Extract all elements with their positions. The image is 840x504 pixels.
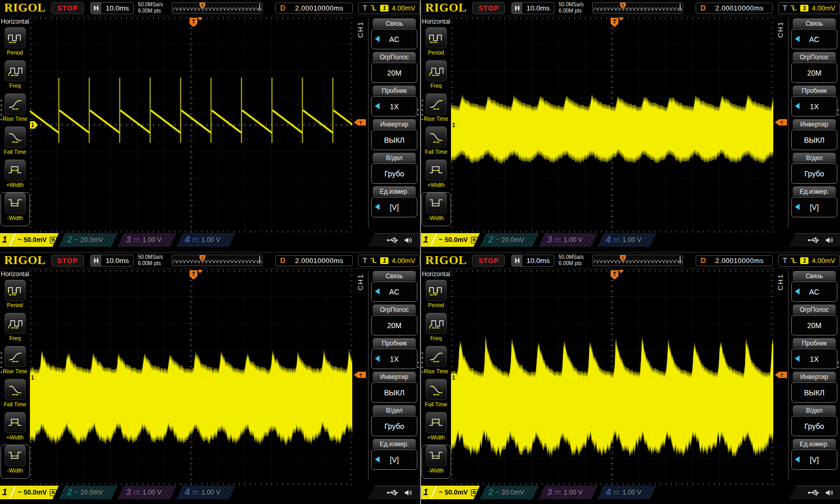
softkey-value[interactable]: [V] (791, 197, 837, 217)
minus-width-icon[interactable] (5, 445, 26, 466)
waveform-position-bar[interactable]: T (592, 2, 683, 14)
softkey-пробник[interactable]: Пробник1X (371, 86, 417, 117)
softkey-value[interactable]: AC (791, 29, 837, 49)
softkey-связь[interactable]: СвязьAC (791, 271, 837, 302)
softkey-в-дел[interactable]: В/делГрубо (371, 153, 417, 184)
softkey-ед-измер[interactable]: Ед.измер.[V] (791, 439, 837, 470)
run-state-button[interactable]: STOP (51, 255, 84, 267)
menu-item-width[interactable]: +Width (422, 412, 450, 445)
softkey-инвертир[interactable]: ИнвертирВЫКЛ (371, 372, 417, 403)
freq-icon[interactable] (426, 313, 447, 334)
channel-3-status[interactable]: 31.00 V (539, 486, 597, 499)
menu-item-width[interactable]: -Width (422, 193, 450, 226)
waveform-position-bar[interactable]: T (592, 255, 683, 266)
minus-width-icon[interactable] (426, 445, 447, 466)
menu-item-rise-time[interactable]: Rise Time (1, 346, 29, 379)
softkey-связь[interactable]: СвязьAC (371, 271, 417, 302)
softkey-в-дел[interactable]: В/делГрубо (791, 153, 837, 184)
menu-item-width[interactable]: -Width (422, 445, 450, 478)
fall-time-icon[interactable] (5, 127, 26, 148)
softkey-value[interactable]: AC (791, 281, 837, 302)
softkey-value[interactable]: AC (371, 29, 417, 49)
softkey-value[interactable]: AC (371, 281, 417, 302)
channel-1-status[interactable]: 1~50.0mVB (421, 486, 480, 499)
softkey-инвертир[interactable]: ИнвертирВЫКЛ (791, 372, 837, 403)
fall-time-icon[interactable] (426, 379, 447, 400)
delay-readout[interactable]: D 2.00010000ms (696, 3, 772, 14)
channel-1-status[interactable]: 1~50.0mVB (0, 233, 59, 247)
period-icon[interactable] (5, 27, 26, 48)
softkey-в-дел[interactable]: В/делГрубо (371, 405, 417, 436)
softkey-пробник[interactable]: Пробник1X (791, 338, 837, 369)
menu-item-fall-time[interactable]: Fall Time (422, 127, 450, 160)
softkey-огрполос[interactable]: ОгрПолос20M (791, 52, 837, 83)
plus-width-icon[interactable] (426, 412, 447, 433)
horizontal-scale-readout[interactable]: H 10.0ms (511, 2, 554, 14)
plus-width-icon[interactable] (426, 160, 447, 181)
softkey-value[interactable]: 20M (371, 62, 417, 83)
trigger-readout[interactable]: T 1 4.00mV (358, 2, 420, 14)
menu-item-width[interactable]: +Width (422, 160, 450, 193)
channel-2-status[interactable]: 2~20.0mV (59, 233, 118, 247)
menu-item-fall-time[interactable]: Fall Time (422, 379, 450, 412)
run-state-button[interactable]: STOP (472, 2, 505, 14)
softkey-связь[interactable]: СвязьAC (791, 18, 837, 49)
menu-item-width[interactable]: +Width (1, 412, 29, 445)
softkey-value[interactable]: 1X (791, 96, 837, 117)
menu-item-freq[interactable]: Freq (1, 313, 29, 346)
softkey-инвертир[interactable]: ИнвертирВЫКЛ (791, 119, 837, 150)
softkey-инвертир[interactable]: ИнвертирВЫКЛ (371, 119, 417, 150)
softkey-пробник[interactable]: Пробник1X (371, 338, 417, 369)
freq-icon[interactable] (426, 60, 447, 81)
channel-3-status[interactable]: 31.00 V (539, 233, 597, 247)
menu-item-period[interactable]: Period (1, 280, 29, 313)
period-icon[interactable] (5, 280, 26, 301)
rise-time-icon[interactable] (5, 346, 26, 367)
softkey-связь[interactable]: СвязьAC (371, 18, 417, 49)
softkey-value[interactable]: Грубо (371, 416, 417, 436)
softkey-value[interactable]: [V] (791, 449, 837, 470)
menu-item-width[interactable]: -Width (1, 445, 29, 478)
softkey-value[interactable]: ВЫКЛ (371, 130, 417, 150)
menu-item-rise-time[interactable]: Rise Time (422, 93, 450, 127)
channel-4-status[interactable]: 41.00 V (597, 486, 656, 499)
fall-time-icon[interactable] (5, 379, 26, 400)
channel-2-status[interactable]: 2~20.0mV (480, 233, 539, 247)
run-state-button[interactable]: STOP (51, 2, 84, 14)
menu-item-width[interactable]: +Width (1, 160, 29, 193)
menu-item-period[interactable]: Period (422, 27, 450, 60)
channel-4-status[interactable]: 41.00 V (597, 233, 656, 247)
softkey-огрполос[interactable]: ОгрПолос20M (371, 304, 417, 335)
rise-time-icon[interactable] (426, 93, 447, 114)
run-state-button[interactable]: STOP (472, 255, 505, 267)
plus-width-icon[interactable] (5, 160, 26, 181)
horizontal-scale-readout[interactable]: H 10.0ms (90, 2, 133, 14)
channel-3-status[interactable]: 31.00 V (118, 486, 176, 499)
fall-time-icon[interactable] (426, 127, 447, 148)
plus-width-icon[interactable] (5, 412, 26, 433)
horizontal-scale-readout[interactable]: H 10.0ms (90, 255, 133, 267)
menu-item-freq[interactable]: Freq (1, 60, 29, 93)
softkey-value[interactable]: 20M (791, 62, 837, 83)
menu-item-fall-time[interactable]: Fall Time (1, 379, 29, 412)
channel-2-status[interactable]: 2~20.0mV (480, 486, 539, 499)
softkey-в-дел[interactable]: В/делГрубо (791, 405, 837, 436)
softkey-value[interactable]: [V] (371, 197, 417, 217)
channel-1-status[interactable]: 1~50.0mVB (421, 233, 480, 247)
softkey-пробник[interactable]: Пробник1X (791, 86, 837, 117)
menu-item-rise-time[interactable]: Rise Time (1, 93, 29, 127)
softkey-value[interactable]: Грубо (791, 163, 837, 184)
softkey-value[interactable]: ВЫКЛ (791, 382, 837, 403)
menu-item-period[interactable]: Period (422, 280, 450, 313)
waveform-position-bar[interactable]: T (172, 2, 262, 14)
softkey-value[interactable]: 20M (791, 315, 837, 335)
trigger-readout[interactable]: T 1 4.00mV (778, 255, 840, 267)
channel-2-status[interactable]: 2~20.0mV (59, 486, 118, 499)
menu-item-fall-time[interactable]: Fall Time (1, 127, 29, 160)
trigger-readout[interactable]: T 1 4.00mV (778, 2, 840, 14)
period-icon[interactable] (426, 280, 447, 301)
channel-1-status[interactable]: 1~50.0mVB (0, 486, 59, 499)
menu-item-freq[interactable]: Freq (422, 313, 450, 346)
rise-time-icon[interactable] (5, 93, 26, 114)
rise-time-icon[interactable] (426, 346, 447, 367)
